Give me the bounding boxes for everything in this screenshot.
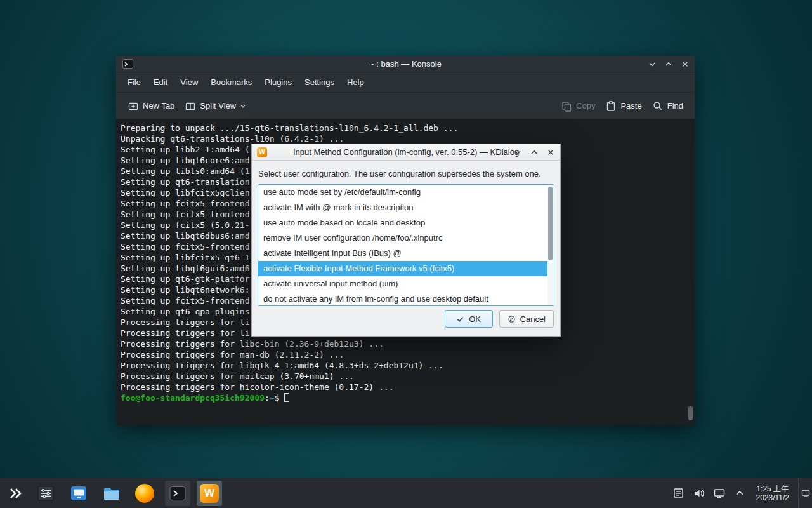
terminal-prompt-line: foo@foo-standardpcq35ich92009:~$ xyxy=(121,392,693,403)
konsole-titlebar[interactable]: ~ : bash — Konsole xyxy=(116,56,695,72)
dialog-minimize-button[interactable] xyxy=(512,147,523,158)
terminal-line: Processing triggers for hicolor-icon-the… xyxy=(121,382,693,392)
terminal-line: Processing triggers for libgtk-4-1:amd64… xyxy=(121,360,693,371)
im-config-task-icon: W xyxy=(200,484,219,503)
clipboard-tray-icon[interactable] xyxy=(671,486,686,501)
im-config-app-icon: W xyxy=(257,147,267,157)
split-view-button[interactable]: Split View xyxy=(180,97,251,116)
terminal-line: Unpacking qt6-translations-l10n (6.4.2-1… xyxy=(121,133,693,144)
copy-label: Copy xyxy=(576,101,595,110)
split-view-label: Split View xyxy=(200,101,236,110)
digital-clock[interactable]: 1:25 上午 2023/11/2 xyxy=(756,485,790,502)
maximize-button[interactable] xyxy=(663,58,674,70)
list-scrollbar-handle[interactable] xyxy=(548,187,553,260)
prompt-symbol: $ xyxy=(275,393,280,403)
menu-item-bookmarks[interactable]: Bookmarks xyxy=(204,74,258,91)
list-item[interactable]: activate IM with @-mark in its descripti… xyxy=(258,200,547,215)
list-item[interactable]: use auto mode set by /etc/default/im-con… xyxy=(258,185,547,200)
terminal-scrollbar[interactable] xyxy=(688,406,693,420)
konsole-window-title: ~ : bash — Konsole xyxy=(116,59,695,69)
find-label: Find xyxy=(667,101,683,110)
list-item[interactable]: activate universal input method (uim) xyxy=(258,276,547,291)
menu-item-help[interactable]: Help xyxy=(341,74,370,91)
app-launcher-button[interactable] xyxy=(5,483,25,504)
check-icon xyxy=(456,315,464,323)
new-tab-label: New Tab xyxy=(143,101,174,110)
copy-icon xyxy=(561,100,572,112)
find-button[interactable]: Find xyxy=(647,97,688,116)
dialog-message: Select user configuration. The user conf… xyxy=(258,169,554,178)
im-config-list[interactable]: use auto mode set by /etc/default/im-con… xyxy=(258,184,554,306)
cancel-button[interactable]: Cancel xyxy=(499,310,554,328)
firefox-icon[interactable] xyxy=(134,483,155,504)
show-desktop-button[interactable] xyxy=(798,478,812,508)
prompt-user: foo@foo-standardpcq35ich92009 xyxy=(121,393,265,403)
display-settings-app-icon[interactable] xyxy=(69,483,89,504)
ok-button[interactable]: OK xyxy=(445,310,493,328)
kdialog-titlebar[interactable]: W Input Method Configuration (im-config,… xyxy=(252,144,560,161)
list-item[interactable]: use auto mode based on locale and deskto… xyxy=(258,215,547,231)
terminal-line: Processing triggers for mailcap (3.70+nm… xyxy=(121,371,693,382)
copy-button[interactable]: Copy xyxy=(556,97,600,116)
terminal-line: Preparing to unpack .../15-qt6-translati… xyxy=(121,123,693,133)
new-tab-icon xyxy=(128,100,139,112)
dialog-button-row: OK Cancel xyxy=(252,310,560,336)
cancel-label: Cancel xyxy=(520,314,546,324)
cancel-icon xyxy=(508,315,516,323)
taskbar-konsole-task[interactable] xyxy=(165,481,190,506)
terminal-cursor xyxy=(284,393,289,402)
system-settings-icon[interactable] xyxy=(36,483,56,504)
file-manager-icon[interactable] xyxy=(102,483,122,504)
clock-time: 1:25 上午 xyxy=(756,485,790,493)
terminal-line: Processing triggers for libc-bin (2.36-9… xyxy=(121,338,693,349)
list-item[interactable]: do not activate any IM from im-config an… xyxy=(258,291,547,306)
list-scrollbar[interactable] xyxy=(547,185,553,305)
konsole-app-icon xyxy=(122,58,133,69)
list-item[interactable]: activate Intelligent Input Bus (IBus) @ xyxy=(258,246,547,261)
list-item[interactable]: remove IM user configuration /home/foo/.… xyxy=(258,231,547,246)
taskbar-im-config-task[interactable]: W xyxy=(197,481,222,506)
menu-item-edit[interactable]: Edit xyxy=(147,74,174,91)
display-tray-icon[interactable] xyxy=(712,486,727,501)
taskbar: W 1:25 上午 2023/11/2 xyxy=(0,478,812,508)
prompt-path: ~ xyxy=(270,393,275,403)
split-view-icon xyxy=(185,100,196,112)
volume-icon[interactable] xyxy=(691,486,707,501)
minimize-button[interactable] xyxy=(646,58,658,70)
kdialog-window: W Input Method Configuration (im-config,… xyxy=(251,144,561,337)
konsole-toolbar: New Tab Split View Copy xyxy=(116,93,695,119)
terminal-line: Processing triggers for man-db (2.11.2-2… xyxy=(121,349,693,360)
close-button[interactable] xyxy=(679,58,691,70)
list-item[interactable]: activate Flexible Input Method Framework… xyxy=(258,261,547,276)
dialog-close-button[interactable] xyxy=(545,147,556,158)
paste-icon xyxy=(605,100,617,112)
prompt-separator: : xyxy=(265,393,270,403)
clock-date: 2023/11/2 xyxy=(756,493,790,502)
search-icon xyxy=(652,100,664,112)
chevron-down-icon xyxy=(240,103,246,109)
menu-item-settings[interactable]: Settings xyxy=(298,74,341,91)
list-items-container: use auto mode set by /etc/default/im-con… xyxy=(258,185,547,306)
paste-label: Paste xyxy=(620,101,641,110)
menu-item-plugins[interactable]: Plugins xyxy=(258,74,298,91)
konsole-menubar: FileEditViewBookmarksPluginsSettingsHelp xyxy=(116,72,695,93)
tray-expander-caret-up-icon[interactable] xyxy=(732,486,747,501)
menu-item-file[interactable]: File xyxy=(121,74,147,91)
new-tab-button[interactable]: New Tab xyxy=(122,97,180,116)
dialog-maximize-button[interactable] xyxy=(528,147,540,158)
paste-button[interactable]: Paste xyxy=(600,97,646,116)
ok-label: OK xyxy=(469,314,481,324)
menu-item-view[interactable]: View xyxy=(174,74,204,91)
